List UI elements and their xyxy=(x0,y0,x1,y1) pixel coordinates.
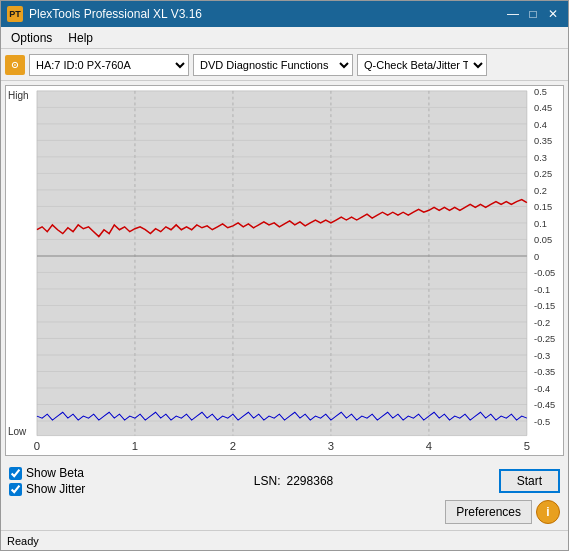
show-beta-item: Show Beta xyxy=(9,466,84,480)
show-jitter-label: Show Jitter xyxy=(26,482,85,496)
menu-options[interactable]: Options xyxy=(5,29,58,47)
svg-text:-0.45: -0.45 xyxy=(534,401,555,411)
menu-bar: Options Help xyxy=(1,27,568,49)
svg-text:0.25: 0.25 xyxy=(534,170,552,180)
drive-icon: ⊙ xyxy=(5,55,25,75)
svg-text:1: 1 xyxy=(132,440,138,452)
menu-help[interactable]: Help xyxy=(62,29,99,47)
minimize-button[interactable]: — xyxy=(504,5,522,23)
status-bar: Ready xyxy=(1,530,568,550)
svg-text:-0.4: -0.4 xyxy=(534,384,550,394)
svg-text:0: 0 xyxy=(34,440,40,452)
show-beta-checkbox[interactable] xyxy=(9,467,22,480)
svg-text:0.4: 0.4 xyxy=(534,120,547,130)
svg-text:-0.35: -0.35 xyxy=(534,368,555,378)
svg-text:0.35: 0.35 xyxy=(534,137,552,147)
controls-row: Show Beta Show Jitter LSN: 2298368 Start xyxy=(1,460,568,500)
test-select[interactable]: Q-Check Beta/Jitter Test xyxy=(357,54,487,76)
svg-text:0.2: 0.2 xyxy=(534,186,547,196)
svg-text:0.45: 0.45 xyxy=(534,103,552,113)
svg-rect-0 xyxy=(37,91,527,436)
svg-text:-0.25: -0.25 xyxy=(534,335,555,345)
svg-text:0.5: 0.5 xyxy=(534,87,547,97)
svg-text:0.3: 0.3 xyxy=(534,153,547,163)
svg-text:2: 2 xyxy=(230,440,236,452)
window-title: PlexTools Professional XL V3.16 xyxy=(29,7,202,21)
svg-text:0.15: 0.15 xyxy=(534,203,552,213)
svg-text:4: 4 xyxy=(426,440,432,452)
start-button[interactable]: Start xyxy=(499,469,560,493)
svg-text:0: 0 xyxy=(534,252,539,262)
toolbar: ⊙ HA:7 ID:0 PX-760A DVD Diagnostic Funct… xyxy=(1,49,568,81)
svg-text:3: 3 xyxy=(328,440,334,452)
svg-text:0.05: 0.05 xyxy=(534,236,552,246)
drive-select[interactable]: HA:7 ID:0 PX-760A xyxy=(29,54,189,76)
lsn-label: LSN: xyxy=(254,474,281,488)
svg-text:-0.3: -0.3 xyxy=(534,351,550,361)
preferences-row: Preferences i xyxy=(1,500,568,530)
lsn-section: LSN: 2298368 xyxy=(254,474,491,488)
show-beta-label: Show Beta xyxy=(26,466,84,480)
svg-text:-0.5: -0.5 xyxy=(534,417,550,427)
svg-text:0.1: 0.1 xyxy=(534,219,547,229)
svg-text:-0.05: -0.05 xyxy=(534,269,555,279)
status-text: Ready xyxy=(7,535,39,547)
title-bar-left: PT PlexTools Professional XL V3.16 xyxy=(7,6,202,22)
checkboxes-row: Show Beta Show Jitter xyxy=(9,466,246,496)
svg-text:-0.15: -0.15 xyxy=(534,302,555,312)
svg-text:5: 5 xyxy=(524,440,530,452)
info-button[interactable]: i xyxy=(536,500,560,524)
preferences-button[interactable]: Preferences xyxy=(445,500,532,524)
title-controls: — □ ✕ xyxy=(504,5,562,23)
close-button[interactable]: ✕ xyxy=(544,5,562,23)
chart-area: High Low xyxy=(5,85,564,456)
bottom-section: Show Beta Show Jitter LSN: 2298368 Start… xyxy=(1,460,568,550)
svg-text:-0.2: -0.2 xyxy=(534,318,550,328)
app-icon: PT xyxy=(7,6,23,22)
start-buttons: Start xyxy=(499,469,560,493)
show-jitter-checkbox[interactable] xyxy=(9,483,22,496)
title-bar: PT PlexTools Professional XL V3.16 — □ ✕ xyxy=(1,1,568,27)
lsn-value: 2298368 xyxy=(287,474,334,488)
show-jitter-item: Show Jitter xyxy=(9,482,85,496)
function-select[interactable]: DVD Diagnostic Functions xyxy=(193,54,353,76)
main-window: PT PlexTools Professional XL V3.16 — □ ✕… xyxy=(0,0,569,551)
svg-text:-0.1: -0.1 xyxy=(534,285,550,295)
chart-svg: 0 1 2 3 4 5 0.5 0.45 0.4 0.35 0.3 0.25 0… xyxy=(6,86,563,455)
maximize-button[interactable]: □ xyxy=(524,5,542,23)
